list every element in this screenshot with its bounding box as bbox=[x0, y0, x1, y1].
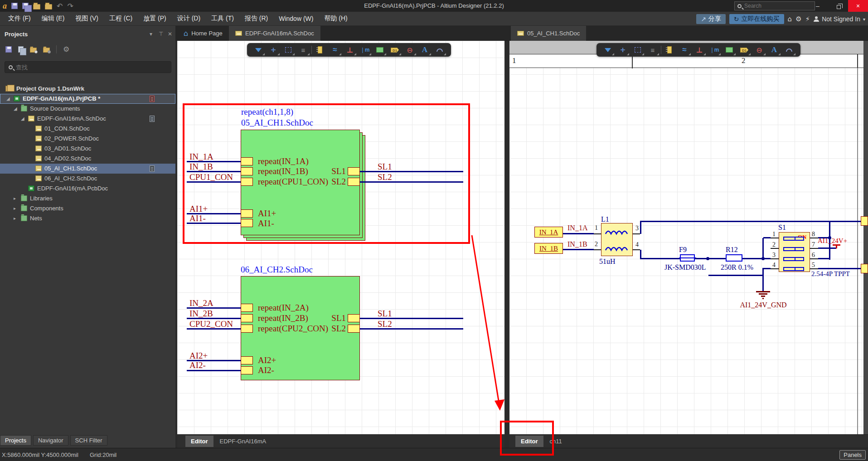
dip-rocker[interactable] bbox=[783, 257, 804, 261]
net-label[interactable]: IN_2A bbox=[189, 298, 213, 308]
gear-icon[interactable]: ⚙ bbox=[795, 15, 801, 23]
sign-in-menu[interactable]: Not Signed In ▾ bbox=[814, 15, 865, 23]
tab-home-page[interactable]: ⌂ Home Page bbox=[177, 26, 229, 41]
sheet-entry[interactable] bbox=[348, 325, 360, 333]
tree-item-01-con[interactable]: 01_CON.SchDoc bbox=[0, 124, 175, 134]
collapse-icon[interactable]: ▸ bbox=[14, 214, 16, 223]
ground-net-label[interactable]: AI1_24V_GND bbox=[738, 301, 788, 309]
place-port-icon[interactable]: D1 bbox=[737, 44, 751, 56]
tree-item-source-documents[interactable]: ◢ Source Documents bbox=[0, 104, 175, 114]
menu-edit[interactable]: 编辑 (E) bbox=[37, 13, 69, 24]
sheet-entry[interactable] bbox=[241, 356, 253, 364]
sheet-entry[interactable] bbox=[348, 314, 360, 322]
power-net-label[interactable]: AI1_24V+ bbox=[818, 237, 847, 245]
menu-view[interactable]: 视图 (V) bbox=[71, 13, 103, 24]
net-label[interactable]: AI2+ bbox=[189, 351, 208, 361]
schematic-editor-center[interactable]: + ≡ ≈ ⊥ ❘m D1 ⊖ A repeat(ch1,1,8) 05_AI_… bbox=[177, 41, 504, 434]
net-label[interactable]: SL2 bbox=[378, 319, 392, 329]
schematic-editor-right[interactable]: 1 2 + ≡ ≈ ⊥ ❘m D1 ⊖ A IN_1A IN_1B IN_1A … bbox=[509, 41, 868, 434]
move-icon[interactable]: + bbox=[267, 44, 280, 56]
place-arc-icon[interactable] bbox=[433, 44, 446, 56]
place-wire-icon[interactable]: ≈ bbox=[328, 44, 342, 56]
menu-project[interactable]: 工程 (C) bbox=[105, 13, 137, 24]
designator[interactable]: R12 bbox=[726, 246, 738, 254]
place-sheet-symbol-icon[interactable] bbox=[723, 44, 736, 56]
compare-documents-icon[interactable] bbox=[18, 46, 24, 53]
menu-design[interactable]: 设计 (D) bbox=[173, 13, 205, 24]
projects-search[interactable] bbox=[5, 61, 171, 73]
place-wire-icon[interactable]: ≈ bbox=[678, 44, 691, 56]
place-ground-icon[interactable]: ⊥ bbox=[343, 44, 357, 56]
net-label[interactable]: IN_2B bbox=[189, 309, 213, 319]
tree-item-06-ai-ch2[interactable]: 06_AI_CH2.SchDoc bbox=[0, 174, 175, 184]
menu-window[interactable]: Window (W) bbox=[274, 13, 318, 24]
tree-item-03-ad01[interactable]: 03_AD01.SchDoc bbox=[0, 144, 175, 154]
expand-icon[interactable]: ◢ bbox=[14, 104, 17, 114]
place-sheet-symbol-icon[interactable] bbox=[373, 44, 387, 56]
component-value[interactable]: 250R 0.1% bbox=[721, 263, 753, 272]
collapse-icon[interactable]: ▸ bbox=[14, 204, 16, 214]
place-ground-icon[interactable]: ⊥ bbox=[693, 44, 706, 56]
sheet-entry-label[interactable]: SL2 bbox=[327, 324, 346, 334]
tree-item-prjpcb[interactable]: ◢ EDPF-GnAI16(mA).PrjPCB * bbox=[0, 94, 175, 104]
place-part-icon[interactable] bbox=[313, 44, 327, 56]
net-label[interactable]: SL1 bbox=[378, 309, 392, 319]
collapse-icon[interactable]: ▸ bbox=[14, 194, 16, 204]
save-project-icon[interactable] bbox=[5, 46, 12, 53]
tree-item-project-group[interactable]: Project Group 1.DsnWrk bbox=[0, 84, 175, 94]
global-search[interactable] bbox=[734, 1, 815, 10]
dip-rocker[interactable] bbox=[783, 267, 804, 271]
select-area-icon[interactable] bbox=[281, 44, 295, 56]
menu-file[interactable]: 文件 (F) bbox=[4, 13, 35, 24]
place-bus-entry-icon[interactable]: ❘m bbox=[358, 44, 372, 56]
tree-item-pcbdoc[interactable]: EDPF-GnAI16(mA.PcbDoc bbox=[0, 184, 175, 194]
component-value[interactable]: JK-SMD030L bbox=[664, 263, 706, 272]
menu-place[interactable]: 放置 (P) bbox=[139, 13, 171, 24]
sheet-entry-label[interactable]: AI2+ bbox=[258, 355, 276, 365]
project-options-icon[interactable] bbox=[43, 48, 50, 53]
tree-item-components[interactable]: ▸ Components bbox=[0, 204, 175, 214]
editor-splitter[interactable] bbox=[504, 41, 509, 434]
sheet-entry-label[interactable]: repeat(CPU2_CON) bbox=[258, 324, 328, 334]
net-label[interactable]: CPU2_CON bbox=[189, 319, 233, 329]
menu-reports[interactable]: 报告 (R) bbox=[240, 13, 272, 24]
license-icon[interactable]: ⚡ bbox=[805, 15, 810, 23]
expand-icon[interactable]: ◢ bbox=[6, 94, 10, 104]
sheet-entry-label[interactable]: repeat(IN_2B) bbox=[258, 313, 308, 323]
minimize-button[interactable]: – bbox=[808, 0, 828, 12]
sheet-entry[interactable] bbox=[241, 366, 253, 374]
share-button[interactable]: ↗分享 bbox=[696, 14, 726, 24]
dip-rocker[interactable] bbox=[783, 237, 804, 241]
sheet-entry[interactable] bbox=[241, 325, 253, 333]
net-label[interactable]: IN_1B bbox=[567, 240, 587, 248]
place-arc-icon[interactable] bbox=[782, 44, 796, 56]
select-area-icon[interactable] bbox=[631, 44, 645, 56]
tree-item-04-ad02[interactable]: 04_AD02.SchDoc bbox=[0, 154, 175, 164]
buy-online-button[interactable]: ↻立即在线购买 bbox=[729, 14, 784, 24]
search-input[interactable] bbox=[744, 3, 803, 9]
designator[interactable]: F9 bbox=[679, 246, 687, 254]
menu-tools[interactable]: 工具 (T) bbox=[207, 13, 238, 24]
sheet-filename[interactable]: 06_AI_CH2.SchDoc bbox=[241, 265, 313, 275]
sheet-entry-label[interactable]: repeat(IN_2A) bbox=[258, 303, 309, 313]
tree-item-top-schdoc[interactable]: ◢ EDPF-GnAI16mA.SchDoc bbox=[0, 114, 175, 124]
sheet-entry-label[interactable]: SL1 bbox=[327, 313, 346, 323]
panel-dropdown-icon[interactable]: ▾ bbox=[150, 31, 152, 37]
align-icon[interactable]: ≡ bbox=[296, 44, 310, 56]
tree-item-nets[interactable]: ▸ Nets bbox=[0, 214, 175, 223]
component-value[interactable]: 2.54-4P TPPT bbox=[811, 270, 850, 278]
place-port-icon[interactable]: D1 bbox=[388, 44, 402, 56]
designator[interactable]: S1 bbox=[778, 223, 786, 232]
tab-navigator[interactable]: Navigator bbox=[33, 435, 68, 446]
tab-schdoc-center[interactable]: EDPF-GnAI16mA.SchDoc bbox=[229, 26, 320, 41]
tab-editor-center[interactable]: Editor bbox=[185, 436, 213, 447]
expand-icon[interactable]: ◢ bbox=[21, 114, 24, 124]
net-label[interactable]: AI2- bbox=[189, 360, 206, 370]
sheet-entry[interactable] bbox=[241, 304, 253, 312]
tree-item-05-ai-ch1[interactable]: 05_AI_CH1.SchDoc bbox=[0, 164, 175, 174]
filter-icon[interactable] bbox=[601, 44, 615, 56]
restore-button[interactable] bbox=[829, 0, 849, 12]
place-bus-entry-icon[interactable]: ❘m bbox=[708, 44, 721, 56]
component-r12-resistor[interactable] bbox=[726, 254, 742, 262]
place-no-erc-icon[interactable]: ⊖ bbox=[403, 44, 417, 56]
